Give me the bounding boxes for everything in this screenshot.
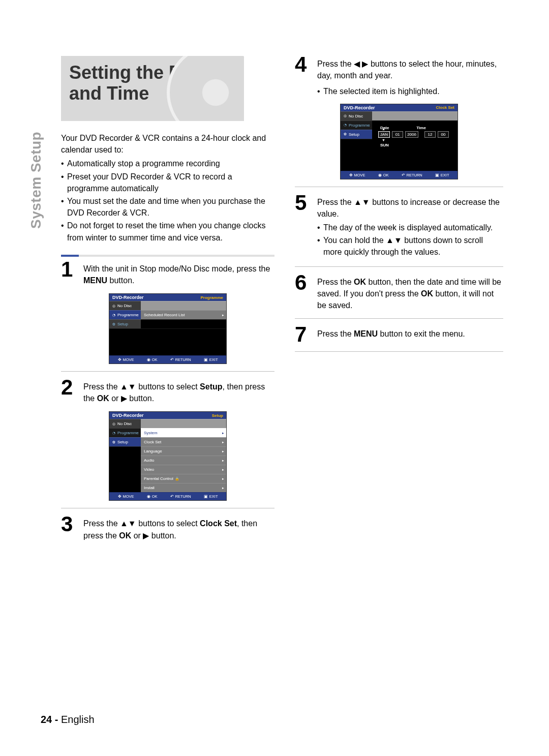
arrow-up-icon: ▲ — [382, 127, 385, 131]
step-6: 6 Press the OK button, then the date and… — [295, 274, 503, 312]
chevron-right-icon: ▸ — [222, 449, 224, 453]
osd-move: MOVE — [354, 173, 365, 177]
step-5: 5 Press the ▲▼ buttons to increase or de… — [295, 194, 503, 259]
disc-icon: ◎ — [112, 422, 115, 426]
gear-icon: ✿ — [112, 440, 115, 444]
step-number: 4 — [295, 55, 312, 74]
osd-programme: Programme — [349, 123, 370, 128]
osd-exit: EXIT — [209, 357, 218, 362]
bold: Clock Set — [200, 519, 237, 528]
osd-nodisc: No Disc — [117, 421, 132, 426]
exit-icon: ▣ — [435, 173, 439, 177]
text: Press the — [83, 382, 120, 391]
osd-ok: OK — [152, 494, 158, 499]
disc-icon: ◎ — [112, 304, 115, 308]
step-bullet: You can hold the ▲▼ buttons down to scro… — [317, 234, 503, 258]
section-tab: System Setup — [28, 132, 44, 229]
exit-icon: ▣ — [204, 357, 208, 362]
osd-exit: EXIT — [209, 494, 218, 499]
rule — [295, 318, 503, 319]
right-icon: ▶ — [121, 394, 127, 403]
text: Press the — [83, 519, 120, 528]
osd-return: RETURN — [175, 494, 191, 499]
exit-icon: ▣ — [204, 494, 208, 499]
intro-bullet: Do not forget to reset the time when you… — [61, 220, 274, 243]
osd-return: RETURN — [175, 357, 191, 362]
osd-setup: Setup — [117, 322, 128, 326]
bold: OK — [119, 531, 131, 540]
osd-setup: Setup — [349, 132, 359, 137]
text: buttons to select — [136, 519, 200, 528]
step-7: 7 Press the MENU button to exit the menu… — [295, 326, 503, 344]
move-icon: ✥ — [349, 173, 353, 177]
field-year: 2006 — [405, 131, 418, 138]
text: button to exit the menu. — [378, 329, 465, 338]
osd-return: RETURN — [407, 173, 422, 177]
page-footer: 24 - English — [41, 714, 95, 725]
bold: MENU — [354, 329, 378, 338]
osd-footer: ✥MOVE ◉OK ↶RETURN ▣EXIT — [341, 171, 458, 179]
page-number: 24 - — [41, 714, 58, 725]
text: button. — [149, 531, 176, 540]
chevron-right-icon: ▸ — [222, 313, 224, 317]
lock-icon: 🔒 — [175, 477, 179, 481]
text: With the unit in Stop mode/No Disc mode,… — [83, 264, 270, 273]
text: buttons to select — [136, 382, 200, 391]
osd-ok: OK — [152, 357, 158, 362]
rule — [295, 266, 503, 267]
osd-clock-set: DVD-Recorder Clock Set ◎No Disc ◔Program… — [340, 104, 458, 179]
text: button. — [107, 276, 134, 285]
step-4: 4 Press the ◀ ▶ buttons to select the ho… — [295, 56, 503, 99]
osd-setup-menu: DVD-Recorder Setup ◎No Disc ◔Programme ✿… — [109, 411, 227, 501]
clock-icon: ◔ — [112, 313, 115, 317]
page-title: Setting the Date and Time — [61, 56, 244, 104]
gear-icon: ✿ — [344, 132, 347, 136]
chevron-right-icon: ▸ — [222, 459, 224, 463]
step-number: 5 — [295, 193, 312, 213]
return-icon: ↶ — [170, 357, 174, 362]
ok-icon: ◉ — [378, 173, 382, 177]
text: Press the — [317, 329, 354, 338]
osd-move: MOVE — [123, 494, 134, 499]
return-icon: ↶ — [170, 494, 174, 499]
osd-title: DVD-Recorder — [344, 105, 375, 110]
right-icon: ▶ — [143, 531, 149, 540]
field-day: 01 — [392, 131, 403, 138]
disc-icon: ◎ — [344, 114, 347, 118]
text: or — [131, 531, 143, 540]
menu-item: Clock Set — [144, 440, 161, 444]
step-bullet: The day of the week is displayed automat… — [317, 222, 503, 233]
bold: OK — [97, 394, 109, 403]
intro-bullet: You must set the date and time when you … — [61, 195, 274, 219]
chevron-right-icon: ▸ — [222, 486, 224, 490]
chevron-right-icon: ▸ — [222, 477, 224, 481]
bold: Setup — [200, 382, 222, 391]
gear-icon: ✿ — [112, 322, 115, 326]
osd-exit: EXIT — [441, 173, 449, 177]
menu-item: Video — [144, 467, 154, 472]
ok-icon: ◉ — [147, 494, 150, 499]
text: or — [109, 394, 121, 403]
menu-item: Parental Control — [144, 476, 173, 481]
menu-item: Install — [144, 486, 155, 490]
osd-footer: ✥MOVE ◉OK ↶RETURN ▣EXIT — [109, 492, 226, 500]
intro-bullet: Automatically stop a programme recording — [61, 158, 274, 169]
bold-menu: MENU — [83, 276, 107, 285]
osd-nodisc: No Disc — [349, 114, 363, 118]
val: JAN — [380, 132, 388, 137]
move-icon: ✥ — [118, 494, 121, 499]
osd-move: MOVE — [123, 357, 134, 362]
intro-lead: Your DVD Recorder & VCR contains a 24-ho… — [61, 132, 274, 156]
step-number: 6 — [295, 273, 312, 292]
osd-context: Setup — [212, 413, 223, 418]
osd-title: DVD-Recorder — [112, 295, 144, 300]
move-icon: ✥ — [118, 357, 121, 362]
field-hour: 12 — [424, 131, 436, 138]
chevron-right-icon: ▸ — [222, 468, 224, 472]
rule — [295, 187, 503, 187]
leftright-icon: ◀ ▶ — [354, 59, 368, 68]
step-1: 1 With the unit in Stop mode/No Disc mod… — [61, 261, 274, 286]
ok-icon: ◉ — [147, 357, 150, 362]
osd-programme: Programme — [117, 313, 139, 317]
osd-nodisc: No Disc — [117, 304, 132, 308]
